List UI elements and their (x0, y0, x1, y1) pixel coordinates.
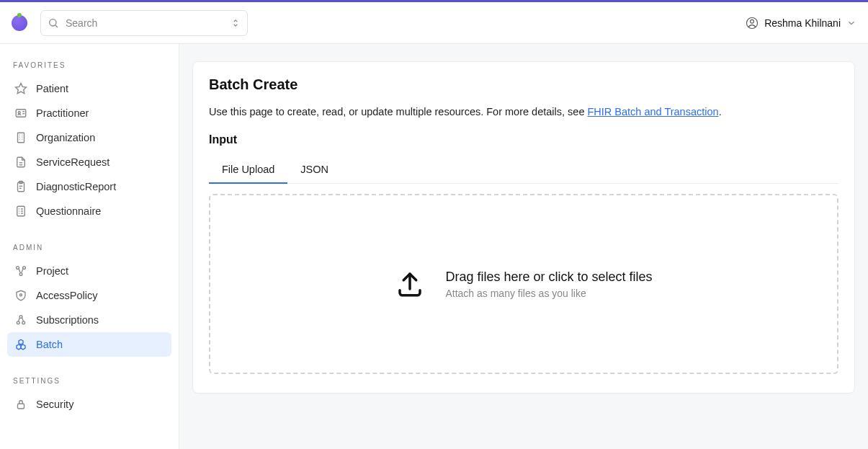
tab-file-upload[interactable]: File Upload (209, 156, 287, 184)
svg-point-0 (50, 19, 56, 25)
dropzone-subtitle: Attach as many files as you like (445, 288, 652, 299)
batch-create-card: Batch Create Use this page to create, re… (192, 61, 855, 394)
user-menu[interactable]: Reshma Khilnani (746, 17, 856, 30)
nodes-icon (14, 264, 27, 277)
sidebar: FAVORITESPatientPractitionerOrganization… (0, 44, 179, 449)
svg-point-36 (22, 321, 25, 324)
sidebar-item-label: Project (36, 265, 68, 277)
boxes-icon (14, 338, 27, 351)
search-icon (48, 17, 59, 29)
section-label: ADMIN (7, 239, 171, 259)
sidebar-item-diagnosticreport[interactable]: DiagnosticReport (7, 174, 171, 199)
svg-point-31 (19, 273, 22, 276)
page-description: Use this page to create, read, or update… (209, 106, 838, 117)
sidebar-item-label: Patient (36, 83, 68, 94)
section-label: FAVORITES (7, 57, 171, 76)
dropzone-text: Drag files here or click to select files… (445, 270, 652, 299)
search-field (40, 10, 248, 36)
input-heading: Input (209, 133, 838, 146)
svg-point-6 (18, 112, 20, 114)
sidebar-item-label: AccessPolicy (36, 290, 97, 301)
dropzone-title: Drag files here or click to select files (445, 270, 652, 285)
sidebar-item-subscriptions[interactable]: Subscriptions (7, 308, 171, 332)
svg-point-34 (20, 294, 22, 296)
chevron-down-icon (846, 18, 856, 28)
svg-rect-9 (18, 133, 24, 143)
file-icon (14, 156, 27, 169)
user-icon (746, 17, 759, 30)
sidebar-item-servicerequest[interactable]: ServiceRequest (7, 150, 171, 174)
sidebar-item-questionnaire[interactable]: Questionnaire (7, 199, 171, 223)
sidebar-item-label: Organization (36, 132, 95, 143)
app-header: Reshma Khilnani (0, 2, 868, 44)
sidebar-item-accesspolicy[interactable]: AccessPolicy (7, 283, 171, 308)
star-icon (14, 82, 27, 95)
sidebar-item-label: Subscriptions (36, 314, 99, 326)
sidebar-item-patient[interactable]: Patient (7, 76, 171, 101)
sidebar-item-label: ServiceRequest (36, 156, 109, 168)
upload-icon (395, 269, 425, 299)
file-dropzone[interactable]: Drag files here or click to select files… (209, 194, 838, 374)
lock-icon (14, 398, 27, 411)
svg-line-1 (55, 25, 58, 27)
sidebar-item-organization[interactable]: Organization (7, 125, 171, 150)
shield-icon (14, 289, 27, 302)
sidebar-item-label: Questionnaire (36, 205, 101, 217)
content-area: Batch Create Use this page to create, re… (179, 44, 868, 449)
sidebar-item-label: DiagnosticReport (36, 181, 116, 192)
page-title: Batch Create (209, 76, 838, 93)
svg-point-35 (17, 321, 19, 324)
svg-point-3 (751, 19, 754, 23)
fhir-docs-link[interactable]: FHIR Batch and Transaction (587, 106, 718, 117)
clipboard-icon (14, 180, 27, 193)
sidebar-item-security[interactable]: Security (7, 392, 171, 417)
webhook-icon (14, 314, 27, 326)
search-input[interactable] (40, 10, 248, 36)
input-tabs: File UploadJSON (209, 156, 838, 184)
svg-line-32 (19, 269, 20, 273)
svg-rect-38 (18, 404, 24, 409)
svg-rect-5 (16, 110, 26, 117)
sidebar-item-project[interactable]: Project (7, 259, 171, 283)
building-icon (14, 131, 27, 144)
id-card-icon (14, 107, 27, 120)
form-icon (14, 205, 27, 218)
user-name: Reshma Khilnani (764, 17, 841, 29)
tab-json[interactable]: JSON (287, 156, 341, 183)
sidebar-item-label: Practitioner (36, 107, 89, 119)
svg-point-37 (19, 316, 22, 319)
select-caret-icon (231, 18, 241, 28)
sidebar-item-batch[interactable]: Batch (7, 332, 171, 357)
sidebar-item-label: Batch (36, 339, 63, 350)
sidebar-item-practitioner[interactable]: Practitioner (7, 101, 171, 125)
svg-line-33 (22, 269, 23, 273)
svg-marker-4 (16, 84, 27, 94)
sidebar-item-label: Security (36, 399, 73, 410)
section-label: SETTINGS (7, 373, 171, 392)
app-logo (12, 15, 27, 31)
